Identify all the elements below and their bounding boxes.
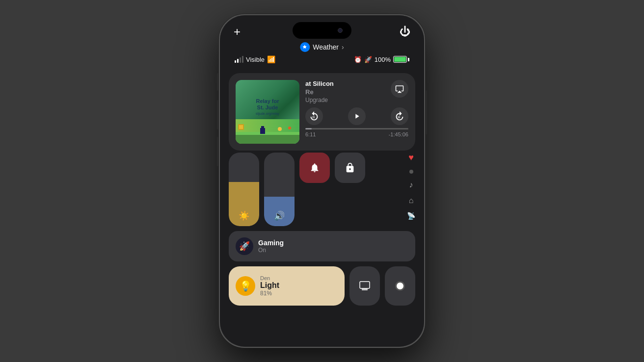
record-indicator xyxy=(395,281,405,291)
svg-point-7 xyxy=(288,127,291,129)
volume-slider[interactable]: 🔊 xyxy=(264,153,295,226)
svg-rect-3 xyxy=(239,125,243,129)
power-side-button[interactable] xyxy=(425,90,427,134)
svg-rect-11 xyxy=(362,288,368,290)
forward-30-button[interactable]: 30 xyxy=(391,107,408,125)
music-note-icon: ♪ xyxy=(409,181,413,189)
radio-tower-icon: 📡 xyxy=(407,212,415,220)
home-icon: ⌂ xyxy=(409,196,414,205)
carrier-name: Visible xyxy=(246,56,265,63)
battery-percentage: 100% xyxy=(375,56,391,63)
podcast-info: at Silicon Re Upgrade xyxy=(305,80,408,137)
progress-bar[interactable] xyxy=(305,128,408,129)
svg-rect-1 xyxy=(236,132,299,135)
rotation-lock-button[interactable] xyxy=(335,153,365,183)
phone-mockup: + ⏻ Weather › xyxy=(219,14,425,348)
time-remaining: -1:45:06 xyxy=(389,131,408,137)
phone-screen: + ⏻ Weather › xyxy=(220,15,424,347)
artwork-scene xyxy=(236,119,299,144)
gaming-text: Gaming On xyxy=(258,239,284,254)
light-icon: 💡 xyxy=(236,276,255,296)
podcast-title-section: at Silicon Re Upgrade xyxy=(305,80,334,103)
airplay-button[interactable] xyxy=(391,80,408,98)
playback-controls: 15 30 xyxy=(305,107,408,125)
progress-fill xyxy=(305,128,312,129)
podcast-info-top: at Silicon Re Upgrade xyxy=(305,80,408,103)
progress-section: 6:11 -1:45:06 xyxy=(305,128,408,137)
phone-frame: + ⏻ Weather › xyxy=(219,14,425,348)
volume-icon: 🔊 xyxy=(274,210,285,221)
rewind-15-button[interactable]: 15 xyxy=(305,107,323,125)
svg-text:15: 15 xyxy=(312,116,315,118)
heart-icon[interactable]: ♥ xyxy=(408,153,414,163)
gaming-focus-button[interactable]: 🚀 Gaming On xyxy=(229,231,415,261)
alarm-icon: ⏰ xyxy=(354,56,362,63)
podcast-player-card[interactable]: Relay for St. Jude stjude.org/relay xyxy=(229,73,415,151)
status-left: Visible 📶 xyxy=(235,55,275,63)
battery-icon xyxy=(393,56,409,63)
gaming-rocket-icon: 🚀 xyxy=(236,237,253,255)
svg-rect-10 xyxy=(360,282,370,288)
bell-button[interactable] xyxy=(299,153,330,183)
power-button-icon[interactable]: ⏻ xyxy=(400,26,410,38)
light-text: Den Light 81% xyxy=(260,275,279,297)
indicator-dot xyxy=(409,170,413,174)
svg-point-6 xyxy=(278,127,282,131)
brightness-slider[interactable]: ☀️ xyxy=(229,153,259,226)
status-right: ⏰ 🚀 100% xyxy=(354,56,409,63)
artwork-text: Relay for St. Jude stjude.org/relay xyxy=(253,95,282,119)
signal-bars-icon xyxy=(235,56,243,63)
time-elapsed: 6:11 xyxy=(305,131,316,137)
cc-right-side-icons: ♥ ♪ ⌂ 📡 xyxy=(407,153,415,220)
podcast-artwork: Relay for St. Jude stjude.org/relay xyxy=(236,80,299,144)
control-center: ☀️ 🔊 xyxy=(229,153,415,306)
podcast-episode-title: at Silicon xyxy=(305,80,334,88)
cc-row-3: 💡 Den Light 81% xyxy=(229,266,415,306)
svg-rect-5 xyxy=(261,126,264,129)
smart-light-button[interactable]: 💡 Den Light 81% xyxy=(229,266,345,306)
add-widget-button[interactable]: + xyxy=(234,25,241,39)
podcast-top-section: Relay for St. Jude stjude.org/relay xyxy=(236,80,408,144)
podcast-episode-extra: Re xyxy=(305,88,334,97)
cc-row-1: ☀️ 🔊 xyxy=(229,153,415,226)
brightness-icon: ☀️ xyxy=(239,210,249,221)
cc-row-2: 🚀 Gaming On xyxy=(229,231,415,261)
svg-rect-0 xyxy=(236,134,299,144)
signal-bar-2 xyxy=(237,59,239,63)
wifi-icon: 📶 xyxy=(267,55,275,63)
play-pause-button[interactable] xyxy=(348,107,366,125)
screen-mirror-button[interactable] xyxy=(349,266,380,306)
bolt-icon: 🚀 xyxy=(364,56,372,63)
podcast-subtitle: Upgrade xyxy=(305,97,334,103)
screen-record-button[interactable] xyxy=(385,266,415,306)
signal-bar-1 xyxy=(235,60,236,63)
status-bar: Visible 📶 ⏰ 🚀 100% xyxy=(220,55,424,63)
svg-text:30: 30 xyxy=(398,116,401,118)
progress-times: 6:11 -1:45:06 xyxy=(305,131,408,137)
signal-bar-3 xyxy=(240,57,241,63)
signal-bar-4 xyxy=(242,56,243,63)
top-overlay: + ⏻ xyxy=(220,15,424,49)
